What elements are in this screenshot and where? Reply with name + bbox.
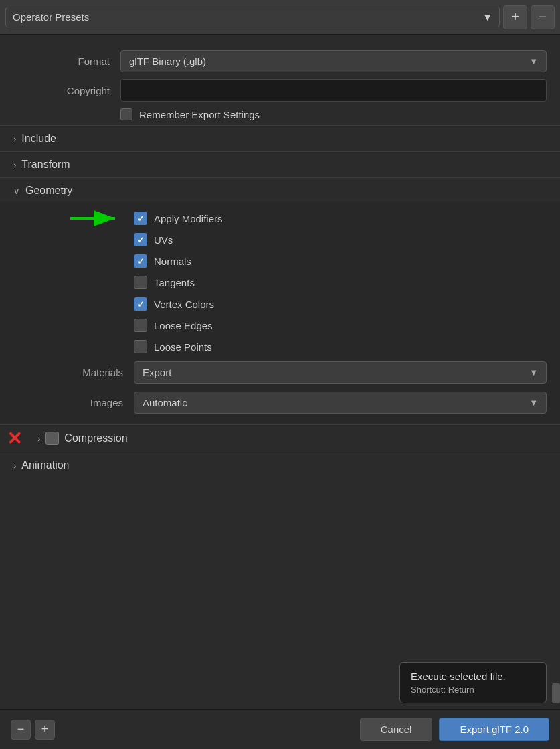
loose-edges-row: Loose Edges — [0, 315, 560, 336]
divider-3 — [0, 177, 560, 178]
tangents-row: Tangents — [0, 272, 560, 293]
transform-chevron-icon: › — [13, 160, 16, 170]
vertex-colors-row: ✓ Vertex Colors — [0, 293, 560, 315]
increment-button[interactable]: + — [35, 720, 55, 740]
materials-dropdown-arrow: ▼ — [529, 367, 538, 378]
format-value: glTF Binary (.glb) — [129, 56, 206, 67]
remove-preset-button[interactable]: − — [531, 5, 555, 29]
scroll-indicator[interactable] — [552, 683, 560, 703]
green-arrow-annotation — [67, 207, 124, 229]
format-dropdown-arrow: ▼ — [529, 56, 538, 66]
loose-points-label: Loose Points — [154, 341, 212, 353]
copyright-label: Copyright — [13, 85, 120, 96]
normals-label: Normals — [154, 256, 191, 267]
preset-label: Operator Presets — [13, 11, 89, 23]
compression-chevron-icon: › — [37, 434, 40, 444]
normals-row: ✓ Normals — [0, 250, 560, 272]
tooltip-title: Execute selected file. — [411, 671, 535, 682]
check-icon: ✓ — [137, 299, 145, 309]
geometry-options-area: ✓ Apply Modifiers ✓ UVs ✓ Normals Tangen… — [0, 202, 560, 423]
animation-section-header[interactable]: › Animation — [0, 454, 560, 477]
geometry-section-header[interactable]: ∨ Geometry — [0, 179, 560, 202]
tooltip-shortcut: Shortcut: Return — [411, 685, 535, 695]
loose-points-row: Loose Points — [0, 336, 560, 357]
compression-section-header: ✕ › Compression — [0, 426, 560, 450]
animation-label: Animation — [21, 459, 69, 471]
materials-dropdown[interactable]: Export ▼ — [134, 361, 547, 384]
format-label: Format — [13, 56, 120, 67]
materials-value: Export — [143, 367, 171, 378]
divider-1 — [0, 125, 560, 126]
geometry-label: Geometry — [25, 185, 72, 197]
divider-4 — [0, 424, 560, 425]
loose-edges-checkbox[interactable] — [134, 319, 147, 332]
tooltip: Execute selected file. Shortcut: Return — [399, 662, 547, 703]
materials-control: Export ▼ — [134, 361, 547, 384]
materials-label: Materials — [13, 367, 134, 378]
images-dropdown-arrow: ▼ — [529, 398, 538, 408]
decrement-button[interactable]: − — [11, 720, 31, 740]
apply-modifiers-checkbox[interactable]: ✓ — [134, 212, 147, 225]
images-label: Images — [13, 397, 134, 408]
vertex-colors-label: Vertex Colors — [154, 299, 214, 310]
geometry-chevron-icon: ∨ — [13, 186, 20, 196]
green-arrow-icon — [67, 207, 124, 229]
images-control: Automatic ▼ — [134, 392, 547, 414]
include-section-header[interactable]: › Include — [0, 127, 560, 150]
normals-checkbox[interactable]: ✓ — [134, 254, 147, 268]
uvs-label: UVs — [154, 234, 173, 246]
include-chevron-icon: › — [13, 134, 16, 144]
apply-modifiers-row: ✓ Apply Modifiers — [0, 207, 560, 229]
copyright-input[interactable] — [120, 79, 547, 102]
animation-chevron-icon: › — [13, 461, 16, 471]
tangents-checkbox[interactable] — [134, 276, 147, 289]
check-icon: ✓ — [137, 256, 145, 266]
include-label: Include — [21, 133, 56, 145]
transform-section-header[interactable]: › Transform — [0, 153, 560, 176]
uvs-row: ✓ UVs — [0, 229, 560, 250]
format-row: Format glTF Binary (.glb) ▼ — [0, 47, 560, 76]
tangents-label: Tangents — [154, 277, 195, 288]
main-content: Format glTF Binary (.glb) ▼ Copyright Re… — [0, 35, 560, 709]
check-icon: ✓ — [137, 235, 145, 245]
remember-export-text: Remember Export Settings — [139, 109, 260, 120]
loose-points-checkbox[interactable] — [134, 340, 147, 353]
images-row: Images Automatic ▼ — [0, 388, 560, 418]
check-icon: ✓ — [137, 214, 145, 224]
uvs-checkbox[interactable]: ✓ — [134, 233, 147, 246]
top-bar: Operator Presets ▼ + − — [0, 0, 560, 35]
remember-export-row: Remember Export Settings — [0, 105, 560, 124]
bottom-left-controls: − + — [11, 720, 55, 740]
vertex-colors-checkbox[interactable]: ✓ — [134, 297, 147, 311]
remember-export-label[interactable]: Remember Export Settings — [120, 108, 260, 120]
export-button[interactable]: Export glTF 2.0 — [439, 718, 549, 741]
format-dropdown[interactable]: glTF Binary (.glb) ▼ — [120, 50, 547, 72]
compression-checkbox[interactable] — [45, 432, 59, 445]
cancel-button[interactable]: Cancel — [360, 718, 433, 741]
divider-5 — [0, 452, 560, 452]
chevron-down-icon: ▼ — [482, 11, 492, 23]
images-value: Automatic — [143, 397, 187, 408]
red-x-icon: ✕ — [7, 428, 22, 450]
transform-label: Transform — [21, 159, 70, 171]
materials-row: Materials Export ▼ — [0, 357, 560, 388]
images-dropdown[interactable]: Automatic ▼ — [134, 392, 547, 414]
copyright-control — [120, 79, 547, 102]
bottom-bar: − + Cancel Export glTF 2.0 — [0, 709, 560, 749]
copyright-row: Copyright — [0, 76, 560, 105]
divider-2 — [0, 151, 560, 152]
remember-export-checkbox[interactable] — [120, 108, 132, 120]
compression-label: Compression — [64, 432, 127, 444]
add-preset-button[interactable]: + — [503, 5, 527, 29]
operator-presets-dropdown[interactable]: Operator Presets ▼ — [5, 7, 500, 27]
loose-edges-label: Loose Edges — [154, 320, 213, 331]
apply-modifiers-label: Apply Modifiers — [154, 213, 223, 224]
format-control: glTF Binary (.glb) ▼ — [120, 50, 547, 72]
